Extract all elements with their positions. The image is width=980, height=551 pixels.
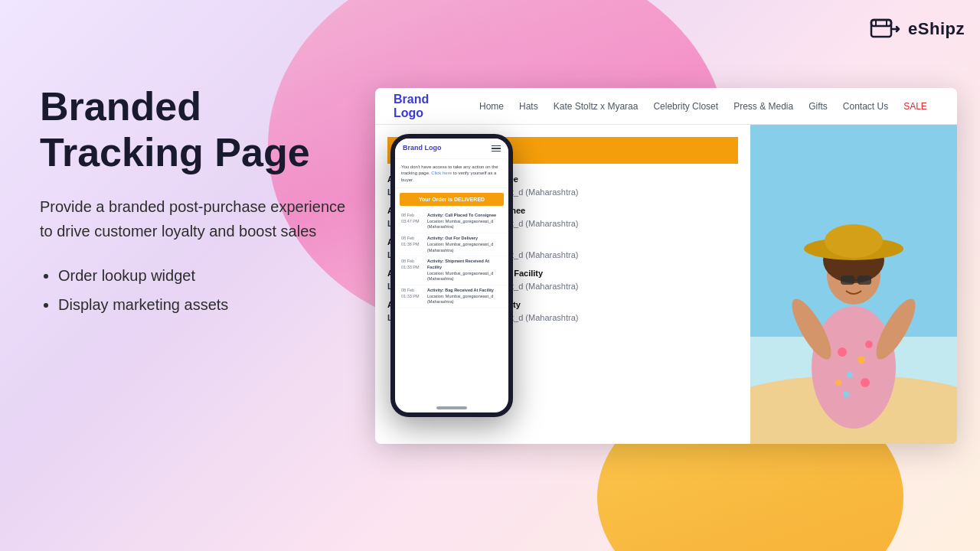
browser-nav-links: Home Hats Kate Stoltz x Myaraa Celebrity… bbox=[479, 101, 927, 112]
svg-point-10 bbox=[847, 372, 853, 378]
phone-status: Your Order is DELIVERED bbox=[400, 193, 504, 206]
svg-point-13 bbox=[861, 378, 870, 387]
phone-event-1: 08 Feb03:47 PM Activity: Call Placed To … bbox=[395, 210, 508, 233]
phone-screen: Brand Logo You don't have access to take… bbox=[395, 139, 508, 412]
hamburger-line-2 bbox=[492, 148, 501, 149]
phone-notice: You don't have access to take any action… bbox=[395, 159, 508, 188]
model-illustration bbox=[750, 125, 957, 444]
feature-item-1: Order lookup widget bbox=[58, 265, 361, 286]
svg-point-11 bbox=[865, 341, 873, 348]
svg-rect-22 bbox=[858, 276, 871, 285]
verify-link[interactable]: Click here bbox=[431, 171, 452, 175]
eshipz-logo-icon bbox=[868, 12, 902, 46]
hamburger-icon bbox=[492, 145, 501, 152]
marketing-image bbox=[750, 125, 957, 444]
phone-header: Brand Logo bbox=[395, 139, 508, 159]
phone-mockup: Brand Logo You don't have access to take… bbox=[390, 134, 513, 417]
nav-contact[interactable]: Contact Us bbox=[843, 101, 888, 112]
eshipz-logo-text: eShipz bbox=[908, 19, 965, 39]
eshipz-logo: eShipz bbox=[868, 12, 965, 46]
phone-outer: Brand Logo You don't have access to take… bbox=[390, 134, 513, 417]
nav-hats[interactable]: Hats bbox=[519, 101, 538, 112]
svg-point-7 bbox=[812, 306, 896, 429]
svg-rect-1 bbox=[871, 20, 891, 26]
svg-rect-0 bbox=[871, 20, 891, 37]
svg-point-12 bbox=[835, 380, 841, 386]
subtitle: Provide a branded post-purchase experien… bbox=[40, 194, 361, 243]
hamburger-line-3 bbox=[492, 151, 501, 152]
phone-event-4: 08 Feb01:33 PM Activity: Bag Received At… bbox=[395, 285, 508, 308]
features-list: Order lookup widget Display marketing as… bbox=[40, 265, 361, 315]
feature-item-2: Display marketing assets bbox=[58, 294, 361, 315]
nav-sale[interactable]: SALE bbox=[903, 101, 927, 112]
browser-brand-logo: Brand Logo bbox=[394, 93, 455, 119]
nav-celebrity[interactable]: Celebrity Closet bbox=[653, 101, 718, 112]
svg-rect-21 bbox=[841, 276, 854, 285]
phone-event-2: 08 Feb01:38 PM Activity: Out For Deliver… bbox=[395, 233, 508, 256]
nav-press[interactable]: Press & Media bbox=[733, 101, 793, 112]
svg-point-9 bbox=[858, 356, 865, 364]
svg-point-14 bbox=[843, 391, 849, 397]
browser-navbar: Brand Logo Home Hats Kate Stoltz x Myara… bbox=[375, 88, 957, 125]
phone-events: 08 Feb03:47 PM Activity: Call Placed To … bbox=[395, 210, 508, 403]
main-title: Branded Tracking Page bbox=[40, 84, 361, 176]
nav-gifts[interactable]: Gifts bbox=[808, 101, 828, 112]
phone-home-indicator bbox=[436, 406, 467, 409]
phone-brand-logo: Brand Logo bbox=[403, 145, 442, 152]
nav-kate[interactable]: Kate Stoltz x Myaraa bbox=[554, 101, 639, 112]
hamburger-line-1 bbox=[492, 145, 501, 147]
svg-point-8 bbox=[838, 347, 847, 357]
left-content: Branded Tracking Page Provide a branded … bbox=[40, 84, 361, 323]
phone-event-3: 08 Feb01:33 PM Activity: Shipment Receiv… bbox=[395, 256, 508, 285]
nav-home[interactable]: Home bbox=[479, 101, 504, 112]
svg-point-20 bbox=[825, 224, 883, 258]
